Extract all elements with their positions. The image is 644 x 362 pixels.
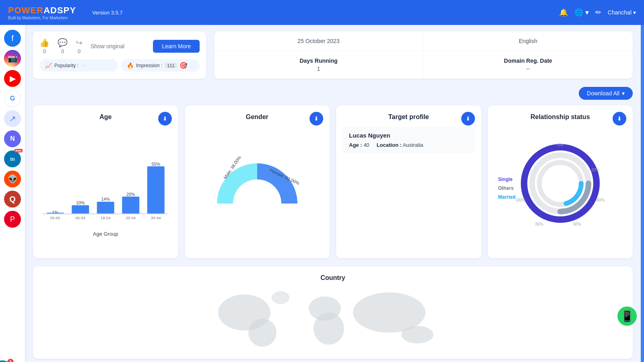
relationship-labels: Single Others Married [498,177,516,200]
linkedin-new-badge: New [14,149,23,152]
download-all-button[interactable]: Download All ▾ [579,87,633,100]
age-download-button[interactable]: ⬇ [158,112,172,125]
svg-rect-3 [72,205,89,214]
svg-text:60%: 60% [573,222,581,226]
relationship-chart-svg: 0% 20% 40% 60% 80% 100% [516,139,605,228]
svg-text:20%: 20% [126,192,135,197]
logo: POWERADSPY Built by Marketers, For Marke… [8,5,76,20]
rel-others-label: Others [498,185,516,191]
sidebar-item-google[interactable]: G [4,90,21,107]
sidebar-item-quora[interactable]: Q [4,191,21,208]
sidebar-item-arrow[interactable]: ↗ [4,110,21,127]
svg-point-36 [401,326,433,343]
ad-shares: ↪ 0 [76,38,83,54]
country-title: Country [39,274,626,282]
notification-icon[interactable]: 🔔 [559,8,568,17]
sidebar-item-instagram[interactable]: 📷 [4,50,21,67]
target-profile-download-button[interactable]: ⬇ [461,112,475,125]
relationship-chart-wrap: Single Others Married 0% [494,127,627,240]
whatsapp-float-button[interactable]: 📱 [617,306,637,326]
info-panel: 25 October 2023 English Days Running 1 D… [214,31,633,79]
relationship-download-button[interactable]: ⬇ [613,112,626,125]
target-profile-card: Target profile ⬇ Lucas Nguyen Age : 40 L… [336,105,481,258]
download-all-wrap: Download All ▾ [33,87,633,100]
age-chart-card: Age ⬇ 1% 10% 14% 20% [33,105,178,258]
metrics-bar: 📈 Popularity : 🔥 Impression : 111 🎯 [39,59,200,72]
top-section: 👍 0 💬 0 ↪ 0 Show original Learn More 📈 P… [33,31,633,79]
logo-tagline: Built by Marketers, For Marketers [8,16,76,20]
gender-download-button[interactable]: ⬇ [310,112,323,125]
comment-icon: 💬 [58,38,68,47]
impression-extra-icon: 🎯 [180,62,188,69]
age-bar-chart: 1% 10% 14% 20% 55% [39,127,172,237]
share-icon: ↪ [76,38,83,47]
ad-likes: 👍 0 [39,38,50,54]
profile-name: Lucas Nguyen [349,132,469,139]
svg-text:45-54: 45-54 [75,216,86,220]
gender-chart-title: Gender [191,113,324,121]
svg-text:0%: 0% [557,143,564,147]
svg-text:80%: 80% [535,222,543,226]
popularity-metric: 📈 Popularity : [39,59,118,72]
svg-text:55%: 55% [152,162,161,167]
age-chart-xlabel: Age Group [43,231,169,237]
svg-point-37 [272,291,289,304]
rel-single-label: Single [498,177,516,182]
svg-rect-1 [47,213,64,214]
country-card: Country [33,266,633,359]
svg-text:25-34: 25-34 [126,216,136,220]
impression-value: 111 [165,63,177,68]
logo-power: POWER [8,5,43,15]
svg-text:20%: 20% [591,168,599,172]
popularity-icon: 📈 [45,62,52,69]
impression-icon: 🔥 [127,62,134,69]
svg-text:10%: 10% [76,200,85,205]
svg-text:40%: 40% [597,198,605,202]
info-domain-reg: Domain Reg. Date -- [423,51,633,79]
learn-more-button[interactable]: Learn More [153,40,200,53]
sidebar-item-pinterest[interactable]: P [4,211,21,228]
target-profile-inner: Lucas Nguyen Age : 40 Location : Austral… [343,127,475,153]
svg-point-32 [248,319,277,347]
info-language: English [423,31,633,51]
age-chart-title: Age [39,113,172,121]
sidebar-item-n[interactable]: N [4,130,21,147]
version-text: Version 3.5.7 [92,10,123,16]
world-map [39,286,626,351]
profile-detail: Age : 40 Location : Australia [349,142,469,148]
sidebar-item-reddit[interactable]: 👽 [4,171,21,187]
main-content: 👍 0 💬 0 ↪ 0 Show original Learn More 📈 P… [25,25,641,362]
svg-text:55-65: 55-65 [50,216,61,220]
gender-chart-svg: Male: 38.00% Female: 62.00% [205,139,310,212]
svg-rect-7 [122,197,139,214]
user-name: Chanchal [608,9,632,16]
sidebar-item-youtube[interactable]: ▶ [4,70,21,87]
svg-text:14%: 14% [101,197,110,202]
target-profile-title: Target profile [343,113,475,121]
age-chart-svg: 1% 10% 14% 20% 55% [43,127,169,224]
pen-icon[interactable]: ✏ [595,8,601,17]
gender-chart-card: Gender ⬇ [185,105,330,258]
ad-comments: 💬 0 [58,38,68,54]
header: POWERADSPY Built by Marketers, For Marke… [0,0,644,25]
ad-actions: 👍 0 💬 0 ↪ 0 Show original Learn More [39,38,200,54]
sidebar-item-linkedin[interactable]: in New [4,150,21,167]
sidebar: f 📷 ▶ G ↗ N in New 👽 Q P [0,25,25,362]
svg-point-34 [314,313,344,345]
info-grid: 25 October 2023 English Days Running 1 D… [214,31,633,79]
header-right: 🔔 🌐 ▾ ✏ Chanchal ▾ [559,8,636,17]
sidebar-item-facebook[interactable]: f [4,30,21,47]
charts-row: Age ⬇ 1% 10% 14% 20% [33,105,633,258]
info-date: 25 October 2023 [214,31,423,51]
svg-rect-5 [97,202,114,214]
gender-chart-wrap: Male: 38.00% Female: 62.00% [191,127,324,224]
svg-text:100%: 100% [516,198,525,202]
show-original-button[interactable]: Show original [91,43,124,49]
impression-metric: 🔥 Impression : 111 🎯 [121,59,200,72]
rel-married-label: Married [498,194,516,200]
globe-icon[interactable]: 🌐 ▾ [574,8,589,17]
popularity-value [81,65,86,66]
user-menu[interactable]: Chanchal ▾ [608,9,636,16]
world-map-svg [192,286,474,351]
relationship-chart-card: Relationship status ⬇ Single Others Marr… [488,105,633,258]
